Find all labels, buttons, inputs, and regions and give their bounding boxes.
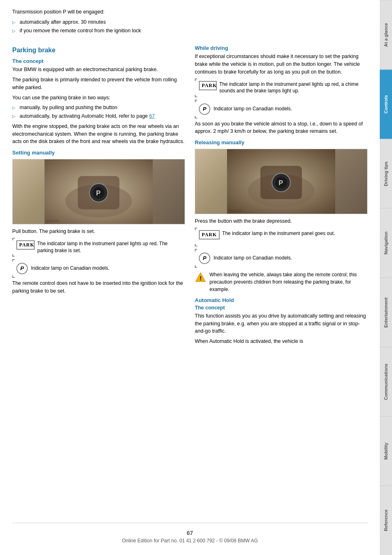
canadian-indicator-right-text: Indicator lamp on Canadian models. bbox=[214, 105, 292, 112]
tab-controls[interactable]: Controls bbox=[380, 69, 392, 139]
canadian-corner-top bbox=[12, 259, 15, 262]
setting-manually-heading: Setting manually bbox=[12, 150, 185, 156]
parking-brake-heading: Parking brake bbox=[12, 47, 185, 54]
setting-manually-para1: Pull button. The parking brake is set. bbox=[12, 228, 185, 235]
concept-para4: With the engine stopped, the parking bra… bbox=[12, 123, 185, 145]
park-indicator-1: PARK The indicator lamp in the instrumen… bbox=[12, 238, 185, 257]
park-label-release: PARK bbox=[199, 230, 220, 239]
concept-bullet-2: automatically, by activating Automatic H… bbox=[12, 112, 185, 120]
canadian-bracket-right-left bbox=[195, 100, 197, 119]
park-indicator-content: PARK The indicator lamp in the instrumen… bbox=[16, 238, 185, 257]
svg-text:WV1LGN: WV1LGN bbox=[229, 209, 241, 213]
park-indicator-right-1: PARK The indicator lamp in the instrumen… bbox=[195, 78, 368, 97]
bracket-corner-top bbox=[12, 238, 15, 240]
automatic-hold-para1: This function assists you as you drive b… bbox=[195, 312, 368, 335]
park-indicator-right-content: PARK The indicator lamp in the instrumen… bbox=[199, 78, 368, 97]
left-column: Parking brake The concept Your BMW is eq… bbox=[12, 41, 185, 519]
automatic-hold-para2: When Automatic Hold is activated, the ve… bbox=[195, 338, 368, 345]
setting-manually-para2: The remote control does not have to be i… bbox=[12, 280, 185, 295]
automatic-hold-concept: The concept bbox=[195, 305, 368, 311]
canadian-indicator-release: P Indicator lamp on Canadian models. bbox=[195, 249, 368, 268]
tab-communications[interactable]: Communications bbox=[380, 347, 392, 416]
top-intro: Transmission position P will be engaged:… bbox=[12, 8, 368, 37]
tab-at-a-glance[interactable]: At a glance bbox=[380, 0, 392, 69]
two-col-layout: Parking brake The concept Your BMW is eq… bbox=[12, 41, 368, 519]
bullet-2: if you remove the remote control from th… bbox=[12, 27, 368, 35]
main-content: Transmission position P will be engaged:… bbox=[0, 0, 380, 555]
bracket-corner-bottom bbox=[12, 254, 15, 257]
side-tabs: At a glance Controls Driving tips Naviga… bbox=[380, 0, 392, 555]
park-indicator-row: PARK The indicator lamp in the instrumen… bbox=[16, 240, 185, 254]
bracket-right-left bbox=[195, 78, 197, 97]
svg-text:P: P bbox=[96, 189, 100, 197]
park-indicator-release-text: The indicator lamp in the instrument pan… bbox=[222, 230, 335, 237]
park-label-box: PARK bbox=[16, 240, 35, 250]
concept-bullet-1: manually, by pulling and pushing the but… bbox=[12, 104, 185, 112]
canadian-indicator-release-text: Indicator lamp on Canadian models. bbox=[214, 255, 292, 262]
canadian-bracket-left bbox=[12, 259, 15, 278]
canadian-indicator-1: P Indicator lamp on Canadian models. bbox=[12, 259, 185, 278]
tab-navigation[interactable]: Navigation bbox=[380, 208, 392, 278]
tab-driving-tips[interactable]: Driving tips bbox=[380, 139, 392, 208]
p-circle-release: P bbox=[199, 253, 210, 264]
bracket-right-corner-top bbox=[195, 78, 197, 81]
while-driving-heading: While driving bbox=[195, 45, 368, 51]
svg-text:!: ! bbox=[200, 275, 202, 282]
bracket-right-corner-bottom bbox=[195, 95, 197, 97]
p-circle-canadian: P bbox=[16, 263, 28, 274]
park-indicator-release: PARK The indicator lamp in the instrumen… bbox=[195, 228, 368, 246]
while-driving-para2: As soon as you brake the vehicle almost … bbox=[195, 120, 368, 136]
setting-manually-image: P WV1LGN bbox=[12, 159, 185, 224]
transmission-bullets: automatically after approx. 30 minutes i… bbox=[12, 18, 368, 35]
bullet-1: automatically after approx. 30 minutes bbox=[12, 18, 368, 26]
canadian-bracket-right: P Indicator lamp on Canadian models. bbox=[195, 100, 292, 119]
tab-reference[interactable]: Reference bbox=[380, 486, 392, 555]
park-label-right: PARK bbox=[199, 81, 217, 90]
automatic-hold-heading: Automatic Hold bbox=[195, 297, 368, 303]
canadian-corner-bottom bbox=[12, 275, 15, 278]
park-indicator-right-row: PARK The indicator lamp in the instrumen… bbox=[199, 81, 368, 95]
warning-box: ! When leaving the vehicle, always take … bbox=[195, 271, 368, 293]
page-ref[interactable]: 67 bbox=[149, 113, 155, 119]
footer-text: Online Edition for Part no. 01 41 2 600 … bbox=[122, 538, 258, 544]
releasing-manually-para1: Press the button with the brake depresse… bbox=[195, 217, 368, 225]
park-indicator-release-row: PARK The indicator lamp in the instrumen… bbox=[199, 230, 368, 239]
svg-text:WV1LGN: WV1LGN bbox=[47, 219, 59, 223]
park-indicator-release-content: PARK The indicator lamp in the instrumen… bbox=[199, 228, 368, 246]
transmission-text: Transmission position P will be engaged: bbox=[12, 8, 368, 16]
page-footer: 67 Online Edition for Part no. 01 41 2 6… bbox=[12, 523, 368, 547]
bracket-release-left bbox=[195, 228, 197, 246]
tab-entertainment[interactable]: Entertainment bbox=[380, 278, 392, 347]
releasing-manually-heading: Releasing manually bbox=[195, 139, 368, 145]
p-circle-right: P bbox=[199, 103, 210, 115]
svg-text:P: P bbox=[278, 179, 283, 186]
bracket-left bbox=[12, 238, 15, 257]
park-indicator-right-text: The indicator lamp in the instrument pan… bbox=[219, 81, 368, 95]
concept-para1: Your BMW is equipped with an electromech… bbox=[12, 66, 185, 74]
tab-mobility[interactable]: Mobility bbox=[380, 416, 392, 486]
canadian-bracket-release: P Indicator lamp on Canadian models. bbox=[195, 249, 292, 268]
concept-subheading: The concept bbox=[12, 58, 185, 64]
page-number: 67 bbox=[12, 530, 368, 536]
canadian-bracket: P Indicator lamp on Canadian models. bbox=[12, 259, 109, 278]
concept-para2: The parking brake is primarily intended … bbox=[12, 76, 185, 92]
right-column: While driving If exceptional circumstanc… bbox=[195, 41, 368, 519]
while-driving-para1: If exceptional circumstances should make… bbox=[195, 53, 368, 76]
canadian-indicator-right: P Indicator lamp on Canadian models. bbox=[195, 100, 368, 119]
warning-icon: ! bbox=[195, 272, 206, 283]
concept-bullets: manually, by pulling and pushing the but… bbox=[12, 104, 185, 120]
canadian-indicator-text-1: Indicator lamp on Canadian models. bbox=[31, 265, 109, 272]
park-indicator-text-1: The indicator lamp in the instrument pan… bbox=[37, 240, 185, 254]
warning-text: When leaving the vehicle, always take al… bbox=[209, 271, 368, 293]
releasing-manually-image: P WV1LGN bbox=[195, 149, 368, 214]
concept-para3: You can use the parking brake in two way… bbox=[12, 94, 185, 102]
